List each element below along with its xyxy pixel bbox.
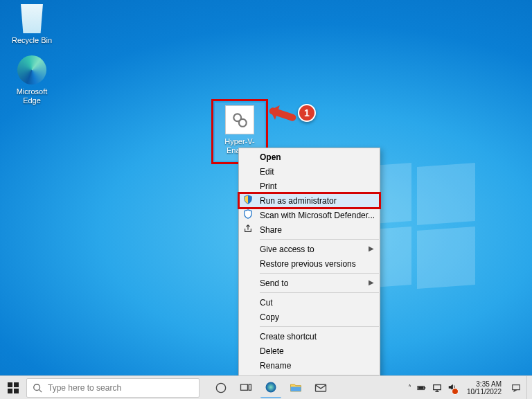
- taskbar-file-explorer-button[interactable]: [285, 378, 306, 398]
- menu-item-send-to[interactable]: Send to▶: [239, 276, 380, 290]
- context-menu: Open Edit Print Run as administrator Sca…: [238, 148, 380, 394]
- tray-clock[interactable]: 3:35 AM 10/11/2022: [463, 380, 506, 396]
- menu-item-run-as-administrator[interactable]: Run as administrator: [239, 193, 380, 208]
- taskbar-mail-button[interactable]: [310, 378, 331, 398]
- menu-item-share[interactable]: Share: [239, 222, 380, 237]
- svg-point-4: [216, 383, 225, 392]
- svg-rect-6: [249, 384, 251, 390]
- menu-separator: [260, 326, 379, 327]
- svg-rect-8: [291, 387, 301, 391]
- menu-item-give-access-to[interactable]: Give access to▶: [239, 242, 380, 256]
- menu-item-delete[interactable]: Delete: [239, 344, 380, 358]
- svg-point-7: [266, 382, 276, 392]
- menu-item-cut[interactable]: Cut: [239, 295, 380, 310]
- menu-separator: [260, 239, 379, 240]
- menu-separator: [260, 273, 379, 274]
- menu-item-restore-previous-versions[interactable]: Restore previous versions: [239, 256, 380, 271]
- recycle-bin-label: Recycle Bin: [7, 36, 57, 45]
- edge-label: Microsoft Edge: [7, 87, 57, 105]
- tray-volume-icon[interactable]: [447, 382, 457, 393]
- edge-icon: [17, 55, 46, 85]
- svg-rect-13: [434, 384, 441, 389]
- menu-item-scan-with-defender[interactable]: Scan with Microsoft Defender...: [239, 208, 380, 222]
- search-box[interactable]: Type here to search: [26, 378, 200, 398]
- show-desktop-button[interactable]: [526, 376, 531, 400]
- tray-chevron-up-icon[interactable]: ˄: [408, 384, 411, 391]
- desktop-icon-microsoft-edge[interactable]: Microsoft Edge: [7, 55, 57, 105]
- defender-icon: [243, 209, 254, 220]
- svg-point-1: [239, 119, 247, 127]
- menu-item-create-shortcut[interactable]: Create shortcut: [239, 329, 380, 344]
- taskbar: Type here to search ˄ 3:35 AM 10/11/2022: [0, 375, 532, 399]
- menu-item-open[interactable]: Open: [239, 150, 380, 164]
- menu-separator: [260, 292, 379, 293]
- annotation-badge-1: 1: [298, 104, 316, 122]
- tray-date: 10/11/2022: [467, 388, 502, 396]
- menu-item-edit[interactable]: Edit: [239, 164, 380, 179]
- recycle-bin-icon: [17, 4, 46, 33]
- tray-time: 3:35 AM: [467, 380, 502, 388]
- menu-item-copy[interactable]: Copy: [239, 310, 380, 324]
- taskbar-pinned-apps: [211, 378, 331, 398]
- share-icon: [243, 224, 254, 235]
- search-placeholder: Type here to search: [48, 383, 121, 393]
- tray-battery-icon[interactable]: [417, 383, 427, 393]
- taskbar-edge-button[interactable]: [260, 378, 281, 398]
- svg-line-3: [39, 389, 42, 392]
- taskbar-cortana-button[interactable]: [211, 378, 231, 398]
- svg-point-2: [34, 384, 40, 390]
- chevron-right-icon: ▶: [369, 278, 374, 286]
- menu-item-print[interactable]: Print: [239, 179, 380, 193]
- desktop-icon-recycle-bin[interactable]: Recycle Bin: [7, 4, 57, 45]
- annotation-arrow-1: [268, 107, 296, 122]
- svg-rect-9: [316, 384, 326, 391]
- svg-rect-16: [513, 384, 520, 389]
- tray-network-icon[interactable]: [432, 383, 442, 393]
- taskbar-task-view-button[interactable]: [236, 378, 256, 398]
- uac-shield-icon: [243, 195, 254, 206]
- svg-rect-12: [418, 387, 424, 389]
- svg-rect-11: [424, 387, 425, 389]
- windows-logo-icon: [8, 382, 19, 393]
- menu-item-rename[interactable]: Rename: [239, 358, 380, 373]
- start-button[interactable]: [0, 376, 26, 400]
- system-tray: ˄ 3:35 AM 10/11/2022: [408, 376, 532, 400]
- tray-action-center-icon[interactable]: [511, 383, 521, 393]
- batch-file-icon: [225, 105, 254, 134]
- svg-rect-5: [241, 384, 248, 390]
- chevron-right-icon: ▶: [369, 245, 374, 252]
- search-icon: [33, 383, 42, 393]
